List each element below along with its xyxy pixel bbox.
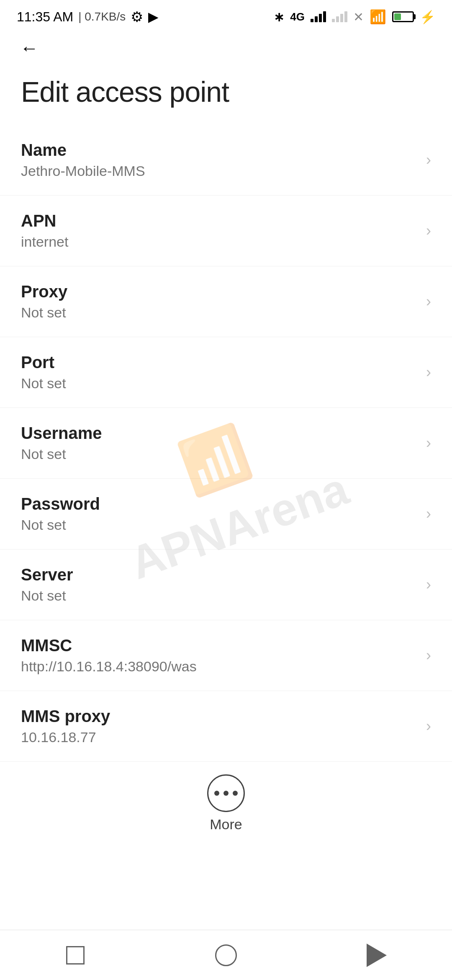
more-section: More bbox=[0, 762, 452, 841]
status-left: 11:35 AM | 0.7KB/s ⚙ ▶ bbox=[17, 8, 159, 25]
chevron-right-icon: › bbox=[426, 647, 431, 664]
settings-label: Port bbox=[21, 353, 418, 372]
settings-label: MMS proxy bbox=[21, 707, 418, 726]
bluetooth-icon: ∗ bbox=[274, 10, 284, 24]
signal-bars-1 bbox=[311, 11, 326, 22]
settings-item-apn[interactable]: APN internet › bbox=[0, 196, 452, 266]
settings-item-content: Server Not set bbox=[21, 565, 418, 604]
more-label: More bbox=[210, 816, 242, 833]
settings-label: Proxy bbox=[21, 282, 418, 301]
settings-list: Name Jethro-Mobile-MMS › APN internet › … bbox=[0, 125, 452, 762]
more-dots-icon bbox=[214, 791, 238, 796]
home-icon bbox=[215, 944, 237, 966]
status-time: 11:35 AM bbox=[17, 9, 73, 25]
chevron-right-icon: › bbox=[426, 151, 431, 169]
settings-item-content: Username Not set bbox=[21, 424, 418, 462]
back-arrow-icon: ← bbox=[20, 38, 39, 59]
bottom-nav bbox=[0, 930, 452, 980]
settings-label: Password bbox=[21, 495, 418, 513]
settings-value: Not set bbox=[21, 517, 418, 533]
settings-value: Not set bbox=[21, 588, 418, 604]
status-bar: 11:35 AM | 0.7KB/s ⚙ ▶ ∗ 4G ✕ 📶 ⚡ bbox=[0, 0, 452, 34]
settings-value: 10.16.18.77 bbox=[21, 729, 418, 745]
settings-label: MMSC bbox=[21, 636, 418, 655]
recents-icon bbox=[66, 946, 85, 965]
settings-item-port[interactable]: Port Not set › bbox=[0, 337, 452, 408]
settings-item-name[interactable]: Name Jethro-Mobile-MMS › bbox=[0, 125, 452, 196]
settings-value: internet bbox=[21, 234, 418, 250]
settings-label: Name bbox=[21, 141, 418, 160]
settings-item-username[interactable]: Username Not set › bbox=[0, 408, 452, 479]
settings-label: APN bbox=[21, 211, 418, 230]
status-right: ∗ 4G ✕ 📶 ⚡ bbox=[274, 9, 435, 25]
back-button[interactable]: ← bbox=[17, 36, 42, 61]
back-nav-icon bbox=[367, 944, 387, 967]
settings-value: Not set bbox=[21, 304, 418, 321]
more-button[interactable] bbox=[207, 774, 245, 812]
battery bbox=[392, 11, 414, 22]
settings-item-content: APN internet bbox=[21, 211, 418, 250]
settings-item-content: Proxy Not set bbox=[21, 282, 418, 321]
no-signal-icon: ✕ bbox=[353, 10, 364, 24]
chevron-right-icon: › bbox=[426, 222, 431, 240]
chevron-right-icon: › bbox=[426, 576, 431, 593]
wifi-icon: 📶 bbox=[370, 9, 386, 25]
settings-item-server[interactable]: Server Not set › bbox=[0, 549, 452, 620]
settings-label: Server bbox=[21, 565, 418, 584]
settings-item-mmsc[interactable]: MMSC http://10.16.18.4:38090/was › bbox=[0, 620, 452, 691]
chevron-right-icon: › bbox=[426, 364, 431, 381]
status-speed: | 0.7KB/s bbox=[78, 10, 126, 23]
settings-icon: ⚙ bbox=[131, 8, 143, 25]
charging-icon: ⚡ bbox=[420, 10, 435, 24]
settings-item-content: Password Not set bbox=[21, 495, 418, 533]
back-nav-button[interactable] bbox=[356, 939, 398, 972]
chevron-right-icon: › bbox=[426, 293, 431, 310]
signal-4g-icon: 4G bbox=[290, 10, 305, 23]
settings-value: Jethro-Mobile-MMS bbox=[21, 163, 418, 179]
settings-value: http://10.16.18.4:38090/was bbox=[21, 658, 418, 675]
settings-label: Username bbox=[21, 424, 418, 443]
chevron-right-icon: › bbox=[426, 434, 431, 452]
settings-item-content: MMS proxy 10.16.18.77 bbox=[21, 707, 418, 745]
recents-button[interactable] bbox=[54, 939, 96, 972]
nav-bar: ← bbox=[0, 34, 452, 63]
settings-item-content: Port Not set bbox=[21, 353, 418, 392]
settings-value: Not set bbox=[21, 375, 418, 392]
signal-bars-2 bbox=[332, 11, 347, 22]
page-title: Edit access point bbox=[0, 63, 452, 125]
settings-item-password[interactable]: Password Not set › bbox=[0, 479, 452, 549]
video-icon: ▶ bbox=[148, 9, 159, 25]
settings-item-mms-proxy[interactable]: MMS proxy 10.16.18.77 › bbox=[0, 691, 452, 762]
home-button[interactable] bbox=[205, 939, 247, 972]
settings-item-proxy[interactable]: Proxy Not set › bbox=[0, 266, 452, 337]
settings-item-content: MMSC http://10.16.18.4:38090/was bbox=[21, 636, 418, 675]
settings-value: Not set bbox=[21, 446, 418, 462]
chevron-right-icon: › bbox=[426, 505, 431, 523]
chevron-right-icon: › bbox=[426, 717, 431, 735]
settings-item-content: Name Jethro-Mobile-MMS bbox=[21, 141, 418, 179]
